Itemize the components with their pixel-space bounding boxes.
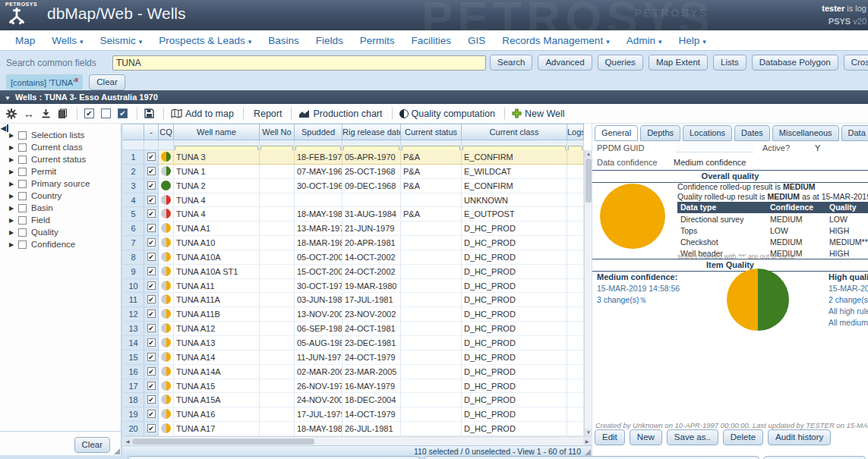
- menu-permits[interactable]: Permits: [360, 35, 395, 46]
- row-checkbox[interactable]: ✔: [147, 395, 156, 404]
- sidebar-item-primary-source[interactable]: ▶Primary source: [9, 178, 90, 190]
- expand-arrow-icon[interactable]: ▶: [9, 193, 18, 200]
- menu-map[interactable]: Map: [15, 35, 35, 46]
- header-cq[interactable]: CQ: [159, 124, 174, 140]
- row-checkbox[interactable]: ✔: [147, 209, 156, 218]
- scroll-left-icon[interactable]: ◀: [124, 438, 131, 445]
- sidebar-item-country[interactable]: ▶Country: [9, 190, 90, 202]
- sidebar-clear-button[interactable]: Clear: [74, 437, 110, 453]
- download-icon[interactable]: [41, 108, 51, 118]
- queries-button[interactable]: Queries: [598, 55, 643, 71]
- facet-checkbox[interactable]: [18, 168, 27, 176]
- row-checkbox[interactable]: ✔: [147, 253, 156, 261]
- row-checkbox[interactable]: ✔: [147, 196, 156, 204]
- collapsed-panel[interactable]: [424, 456, 759, 459]
- row-checkbox[interactable]: ✔: [147, 424, 156, 432]
- header-[interactable]: -: [144, 124, 159, 140]
- new-button[interactable]: New: [630, 429, 662, 445]
- sidebar-item-current-class[interactable]: ▶Current class: [9, 141, 90, 153]
- row-checkbox[interactable]: ✔: [147, 224, 156, 232]
- quality-computation-button[interactable]: Quality computation: [399, 108, 495, 119]
- tab-dates[interactable]: Dates: [734, 125, 770, 141]
- table-row[interactable]: 12✔TUNA A11B13-NOV-200223-NOV-2002D_HC_P…: [123, 307, 592, 322]
- table-row[interactable]: 9✔TUNA A10A ST115-OCT-200224-OCT-2002D_H…: [123, 265, 592, 279]
- row-checkbox[interactable]: ✔: [147, 310, 156, 318]
- menu-gis[interactable]: GIS: [468, 35, 485, 46]
- facet-checkbox[interactable]: [18, 131, 27, 140]
- select-none-checkbox[interactable]: [101, 108, 111, 118]
- scroll-up-icon[interactable]: ▲: [585, 150, 592, 158]
- header-rig-release-date[interactable]: Rig release date: [342, 124, 401, 140]
- table-row[interactable]: 6✔TUNA A113-MAR-197921-JUN-1979D_HC_PROD: [123, 222, 592, 236]
- rules-icon[interactable]: ％: [639, 295, 647, 304]
- table-row[interactable]: 3✔TUNA 230-OCT-196809-DEC-1968P&AE_CONFI…: [123, 179, 592, 193]
- menu-records-management[interactable]: Records Management▾: [502, 35, 609, 46]
- menu-help[interactable]: Help▾: [678, 35, 705, 46]
- row-checkbox[interactable]: ✔: [147, 181, 156, 190]
- sidebar-item-permit[interactable]: ▶Permit: [9, 165, 90, 178]
- table-row[interactable]: 19✔TUNA A1617-JUL-197914-OCT-1979D_HC_PR…: [123, 407, 592, 422]
- resize-grip-icon[interactable]: [585, 449, 591, 455]
- expand-arrow-icon[interactable]: ▶: [9, 205, 18, 212]
- audit-history-button[interactable]: Audit history: [768, 429, 831, 445]
- row-checkbox[interactable]: ✔: [147, 338, 156, 347]
- horizontal-scroll-thumb[interactable]: [132, 439, 314, 445]
- production-chart-button[interactable]: Production chart: [298, 108, 382, 119]
- report-button[interactable]: Report: [251, 108, 282, 119]
- horizontal-scrollbar[interactable]: ◀ ▶: [123, 436, 592, 445]
- header-well-no[interactable]: Well No: [260, 124, 295, 140]
- row-checkbox[interactable]: ✔: [147, 367, 156, 376]
- clear-filter-button[interactable]: Clear: [89, 74, 125, 90]
- tab-data-acquisition[interactable]: Data acquisition: [841, 125, 868, 141]
- expand-arrow-icon[interactable]: ▶: [9, 156, 18, 163]
- table-row[interactable]: 4✔TUNA 4UNKNOWN: [123, 193, 592, 208]
- facet-checkbox[interactable]: [18, 143, 27, 152]
- menu-facilities[interactable]: Facilities: [412, 35, 452, 46]
- vertical-scroll-thumb[interactable]: [586, 159, 592, 203]
- settings-gear-icon[interactable]: [6, 108, 17, 119]
- medium-confidence-changes[interactable]: 3 change(s)％: [597, 295, 647, 306]
- row-checkbox[interactable]: ✔: [147, 353, 156, 361]
- sidebar-item-field[interactable]: ▶Field: [9, 214, 90, 226]
- header-spudded[interactable]: Spudded: [295, 124, 342, 140]
- row-checkbox[interactable]: ✔: [147, 238, 156, 247]
- facet-checkbox[interactable]: [18, 156, 27, 164]
- scroll-right-icon[interactable]: ▶: [583, 438, 591, 445]
- table-row[interactable]: 16✔TUNA A14A02-MAR-200523-MAR-2005D_HC_P…: [123, 365, 592, 379]
- row-checkbox[interactable]: ✔: [147, 382, 156, 390]
- delete-button[interactable]: Delete: [723, 429, 763, 445]
- menu-prospects-leads[interactable]: Prospects & Leads▾: [159, 35, 251, 46]
- table-row[interactable]: 2✔TUNA 107-MAY-196825-OCT-1968P&AE_WILDC…: [123, 165, 592, 179]
- select-all-checkbox[interactable]: ✔: [84, 108, 94, 118]
- row-checkbox[interactable]: ✔: [147, 281, 156, 290]
- filter-chip[interactable]: [contains] 'TUNA'x: [6, 74, 83, 90]
- table-row[interactable]: 14✔TUNA A1305-AUG-198123-DEC-1981D_HC_PR…: [123, 336, 592, 351]
- expand-arrow-icon[interactable]: ▶: [9, 181, 18, 187]
- row-checkbox[interactable]: ✔: [147, 410, 156, 418]
- table-row[interactable]: 5✔TUNA 418-MAY-198431-AUG-1984P&AE_OUTPO…: [123, 207, 592, 222]
- tab-general[interactable]: General: [595, 125, 638, 141]
- menu-fields[interactable]: Fields: [316, 35, 343, 46]
- expand-arrow-icon[interactable]: ▶: [9, 217, 18, 224]
- row-checkbox[interactable]: ✔: [147, 167, 156, 175]
- map-extent-button[interactable]: Map Extent: [649, 55, 708, 71]
- facet-checkbox[interactable]: [18, 192, 27, 200]
- expand-arrow-icon[interactable]: ▶: [9, 241, 18, 248]
- row-checkbox[interactable]: ✔: [147, 295, 156, 303]
- search-button[interactable]: Search: [490, 55, 532, 71]
- table-row[interactable]: 1✔TUNA 318-FEB-197005-APR-1970P&AE_CONFI…: [123, 150, 592, 165]
- menu-basins[interactable]: Basins: [268, 35, 299, 46]
- high-quality-changes[interactable]: 2 change(s): [829, 295, 868, 304]
- save-as-button[interactable]: Save as..: [667, 429, 718, 445]
- pages-icon[interactable]: [58, 108, 68, 118]
- sidebar-item-current-status[interactable]: ▶Current status: [9, 153, 90, 165]
- collapsed-panel[interactable]: [763, 456, 866, 459]
- vertical-scrollbar[interactable]: ▲ ▼: [584, 150, 592, 436]
- expand-arrow-icon[interactable]: ▶: [9, 229, 18, 236]
- expand-arrow-icon[interactable]: ▶: [9, 144, 18, 151]
- tab-locations[interactable]: Locations: [683, 125, 732, 141]
- menu-seismic[interactable]: Seismic▾: [100, 35, 143, 46]
- sidebar-item-basin[interactable]: ▶Basin: [9, 202, 90, 214]
- header-current-class[interactable]: Current class: [462, 124, 567, 140]
- expand-arrow-icon[interactable]: ▶: [9, 168, 18, 175]
